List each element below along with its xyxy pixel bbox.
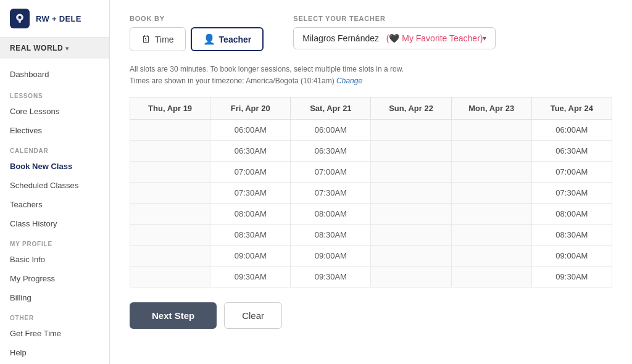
cell-sat-3[interactable]: 07:30AM [291,183,371,204]
col-header-mon: Mon, Apr 23 [451,97,531,120]
cell-mon-3 [451,183,531,204]
cell-tue-3[interactable]: 07:30AM [531,183,612,204]
cell-sun-3 [371,183,451,204]
book-by-teacher-button[interactable]: 👤 Teacher [191,27,264,51]
cell-fri-1[interactable]: 06:30AM [210,141,291,162]
calendar-header-row: Thu, Apr 19 Fri, Apr 20 Sat, Apr 21 Sun,… [130,97,612,120]
class-history-label: Class History [10,219,57,228]
col-header-tue: Tue, Apr 24 [531,97,612,120]
teacher-select-dropdown[interactable]: Milagros Fernández (🖤 My Favorite Teache… [293,27,496,49]
calendar-table: Thu, Apr 19 Fri, Apr 20 Sat, Apr 21 Sun,… [130,97,612,287]
cell-fri-2[interactable]: 07:00AM [210,162,291,183]
sidebar-item-book-new-class[interactable]: Book New Class [0,157,109,176]
top-controls: BOOK BY 🗓 Time 👤 Teacher SELECT YOUR TEA… [130,15,612,51]
sidebar-item-class-history[interactable]: Class History [0,214,109,233]
sidebar-world-selector[interactable]: REAL WORLD ▾ [0,38,109,59]
cell-fri-0[interactable]: 06:00AM [210,120,291,141]
sidebar-section-lessons: LESSONS [0,85,109,102]
cell-thu-4 [130,204,210,225]
my-progress-label: My Progress [10,274,55,283]
book-by-teacher-label: Teacher [219,35,252,44]
basic-info-label: Basic Info [10,255,45,264]
cell-tue-6[interactable]: 09:00AM [531,246,612,267]
sidebar-item-core-lessons[interactable]: Core Lessons [0,102,109,121]
cell-sun-1 [371,141,451,162]
cell-sat-2[interactable]: 07:00AM [291,162,371,183]
change-timezone-link[interactable]: Change [336,77,362,85]
help-label: Help [10,348,27,357]
sidebar-item-my-progress[interactable]: My Progress [0,269,109,288]
sidebar: RW + DELE REAL WORLD ▾ Dashboard LESSONS… [0,0,110,364]
cell-tue-7[interactable]: 09:30AM [531,267,612,287]
book-by-buttons: 🗓 Time 👤 Teacher [130,27,264,51]
core-lessons-label: Core Lessons [10,107,59,116]
book-by-group: BOOK BY 🗓 Time 👤 Teacher [130,15,264,51]
teacher-icon: 👤 [203,33,215,45]
cell-tue-1[interactable]: 06:30AM [531,141,612,162]
cell-mon-2 [451,162,531,183]
cell-fri-6[interactable]: 09:00AM [210,246,291,267]
table-row: 09:30AM09:30AM09:30AM [130,267,612,287]
get-free-time-label: Get Free Time [10,329,61,338]
calendar-body: 06:00AM06:00AM06:00AM06:30AM06:30AM06:30… [130,120,612,287]
teachers-label: Teachers [10,200,43,209]
col-header-fri: Fri, Apr 20 [210,97,291,120]
sidebar-logo-text: RW + DELE [36,14,81,23]
table-row: 06:00AM06:00AM06:00AM [130,120,612,141]
cell-tue-4[interactable]: 08:00AM [531,204,612,225]
book-by-time-label: Time [155,35,174,44]
cell-mon-0 [451,120,531,141]
cell-thu-1 [130,141,210,162]
cell-sat-6[interactable]: 09:00AM [291,246,371,267]
sidebar-section-profile: MY PROFILE [0,233,109,250]
cell-thu-6 [130,246,210,267]
info-line1: All slots are 30 minutes. To book longer… [130,65,404,73]
sidebar-item-electives[interactable]: Electives [0,121,109,140]
info-line2: Times are shown in your timezone: Americ… [130,77,335,85]
cell-mon-6 [451,246,531,267]
cell-mon-7 [451,267,531,287]
sidebar-item-help[interactable]: Help [0,343,109,362]
table-row: 09:00AM09:00AM09:00AM [130,246,612,267]
cell-sat-4[interactable]: 08:00AM [291,204,371,225]
cell-sat-1[interactable]: 06:30AM [291,141,371,162]
dashboard-label: Dashboard [10,70,49,79]
sidebar-section-other: OTHER [0,307,109,324]
book-by-label: BOOK BY [130,15,264,22]
sidebar-item-teachers[interactable]: Teachers [0,195,109,214]
cell-tue-0[interactable]: 06:00AM [531,120,612,141]
electives-label: Electives [10,126,42,135]
main-content: BOOK BY 🗓 Time 👤 Teacher SELECT YOUR TEA… [110,0,632,364]
bottom-actions: Next Step Clear [130,302,612,329]
sidebar-item-basic-info[interactable]: Basic Info [0,250,109,269]
book-by-time-button[interactable]: 🗓 Time [130,27,186,51]
sidebar-item-scheduled-classes[interactable]: Scheduled Classes [0,176,109,195]
sidebar-section-calendar: CALENDAR [0,140,109,157]
cell-fri-5[interactable]: 08:30AM [210,225,291,246]
cell-fri-4[interactable]: 08:00AM [210,204,291,225]
cell-thu-3 [130,183,210,204]
teacher-fav: (🖤 My Favorite Teacher) [386,33,483,43]
clear-button[interactable]: Clear [224,302,282,329]
sidebar-item-dashboard[interactable]: Dashboard [0,64,109,85]
cell-sun-5 [371,225,451,246]
sidebar-item-get-free-time[interactable]: Get Free Time [0,324,109,343]
sidebar-item-billing[interactable]: Billing [0,288,109,307]
cell-sun-4 [371,204,451,225]
cell-fri-7[interactable]: 09:30AM [210,267,291,287]
cell-sat-7[interactable]: 09:30AM [291,267,371,287]
table-row: 07:00AM07:00AM07:00AM [130,162,612,183]
cell-sat-0[interactable]: 06:00AM [291,120,371,141]
table-row: 07:30AM07:30AM07:30AM [130,183,612,204]
cell-tue-5[interactable]: 08:30AM [531,225,612,246]
next-step-button[interactable]: Next Step [130,302,217,329]
cell-sat-5[interactable]: 08:30AM [291,225,371,246]
cell-sun-0 [371,120,451,141]
cell-tue-2[interactable]: 07:00AM [531,162,612,183]
world-chevron-icon: ▾ [65,45,69,52]
table-row: 06:30AM06:30AM06:30AM [130,141,612,162]
select-teacher-label: SELECT YOUR TEACHER [293,15,496,22]
sidebar-logo: RW + DELE [0,0,109,38]
sidebar-nav: Dashboard LESSONS Core Lessons Electives… [0,59,109,364]
cell-fri-3[interactable]: 07:30AM [210,183,291,204]
